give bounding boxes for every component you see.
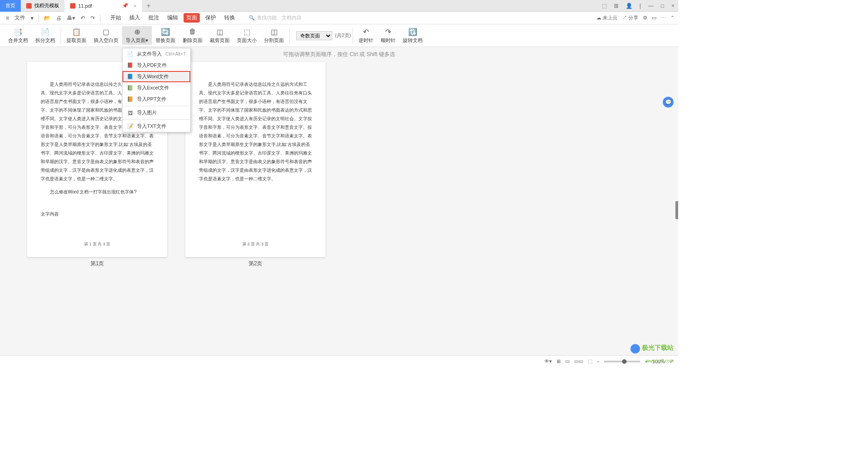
page-2[interactable]: 是人类用符号记录表达信息以传之久远的方式和工具。现代文字大多是记录语言的工具。人…	[185, 62, 326, 257]
tb-rotate-doc[interactable]: 🔃旋转文档	[399, 26, 426, 45]
dd-word[interactable]: 📘导入Word文件	[123, 71, 190, 82]
separator	[123, 106, 190, 106]
double-view-icon[interactable]: ▭▭	[574, 358, 583, 364]
tb-size[interactable]: ⬚页面大小	[233, 26, 260, 45]
share-button[interactable]: ↗ 分享	[622, 14, 638, 21]
tab-template[interactable]: 找稻壳模板	[21, 0, 65, 12]
search-icon: 🔍	[249, 15, 255, 21]
menu-tab-convert[interactable]: 转换	[222, 13, 238, 23]
zoom-slider[interactable]	[604, 361, 640, 362]
page-select[interactable]: 奇数页面	[296, 31, 332, 40]
pages-container: 是人类用符号记录表达信息以传之久远的方式和工具。现代文字大多是记录语言的工具。人…	[0, 62, 678, 268]
user-icon[interactable]: 👤	[622, 3, 636, 9]
tb-blank[interactable]: ▢插入空白页	[90, 26, 122, 45]
grid-icon[interactable]: ⊞	[610, 3, 622, 9]
file-menu[interactable]: 文件	[12, 13, 28, 23]
tab-close-icon[interactable]: ×	[134, 3, 137, 9]
undo-icon[interactable]: ↶	[78, 14, 87, 22]
merge-icon: 📑	[14, 27, 23, 36]
menu-search[interactable]: 🔍 查找功能、文档内容	[249, 14, 302, 21]
fit-icon[interactable]: ⬚	[588, 358, 592, 364]
side-handle[interactable]	[675, 201, 678, 219]
thumb-view-icon[interactable]: ⊞	[557, 358, 561, 364]
eye-icon[interactable]: 👁▾	[544, 358, 552, 364]
tb-crop[interactable]: ◫裁剪页面	[206, 26, 233, 45]
watermark-brand: ⬤极光下载站	[630, 343, 674, 353]
minimize-icon[interactable]: —	[645, 3, 657, 9]
tb-import[interactable]: ⊕导入页面▾ 📄从文件导入Ctrl+Alt+T 📕导入PDF文件 📘导入Word…	[122, 26, 152, 45]
tab-home[interactable]: 首页	[0, 0, 21, 12]
redo-icon[interactable]: ↷	[88, 14, 97, 22]
collapse-icon[interactable]: ⌃	[670, 15, 675, 21]
single-view-icon[interactable]: ▭	[565, 358, 570, 364]
maximize-icon[interactable]: □	[657, 3, 668, 9]
import-dropdown: 📄从文件导入Ctrl+Alt+T 📕导入PDF文件 📘导入Word文件 📗导入E…	[122, 48, 191, 132]
tab-file-label: 11.pdf	[78, 3, 92, 9]
separator	[100, 14, 100, 22]
tb-extract[interactable]: 📋提取页面	[63, 26, 90, 45]
file-icon: 📄	[127, 51, 133, 57]
menu-right: ☁ 未上云 ↗ 分享 ⚙ ▭ ⋯ ⌃	[596, 14, 675, 21]
blank-icon: ▢	[102, 27, 111, 36]
txt-icon: 📝	[127, 123, 133, 130]
page-1-label: 第1页	[90, 260, 104, 268]
divider: |	[636, 3, 645, 9]
float-button[interactable]: 💬	[663, 97, 674, 108]
word-icon: 📘	[127, 74, 133, 80]
dd-from-file[interactable]: 📄从文件导入Ctrl+Alt+T	[123, 48, 190, 60]
page-2-label: 第2页	[249, 260, 263, 268]
menu-tab-start[interactable]: 开始	[108, 13, 124, 23]
template-icon	[26, 3, 32, 9]
menu-left: ≡ 文件 ▾ 📂 🖨 🖶▾ ↶ ↷	[4, 13, 102, 23]
gear-icon[interactable]: ⚙	[643, 15, 647, 21]
menu-tabs: 开始 插入 批注 编辑 页面 保护 转换	[108, 13, 238, 23]
chevron-down-icon[interactable]: ▾	[28, 14, 36, 22]
tb-merge[interactable]: 📑合并文档	[5, 26, 32, 45]
tb-replace[interactable]: 🔄替换页面	[152, 26, 179, 45]
separator	[353, 28, 353, 44]
close-icon[interactable]: ×	[668, 3, 678, 9]
open-icon[interactable]: 📂	[42, 14, 53, 22]
replace-icon: 🔄	[161, 27, 170, 36]
ppt-icon: 📙	[127, 96, 133, 103]
menu-tab-edit[interactable]: 编辑	[165, 13, 181, 23]
delete-icon: 🗑	[188, 27, 197, 36]
image-icon: 🖼	[127, 110, 133, 116]
tb-splitpage[interactable]: ◫分割页面	[260, 26, 288, 45]
dd-excel[interactable]: 📗导入Excel文件	[123, 82, 190, 94]
watermark-url: www.xz7.com	[646, 358, 674, 363]
dd-image[interactable]: 🖼导入图片	[123, 107, 190, 118]
save-icon[interactable]: 🖨	[54, 14, 64, 22]
window-controls: ⬚ ⊞ 👤 | — □ ×	[598, 0, 678, 12]
tab-template-label: 找稻壳模板	[34, 2, 59, 9]
separator	[289, 28, 290, 44]
tb-rotate-ccw[interactable]: ↶逆时针	[355, 26, 377, 45]
print-icon[interactable]: 🖶▾	[65, 14, 77, 22]
dd-pdf[interactable]: 📕导入PDF文件	[123, 60, 190, 71]
cloud-status[interactable]: ☁ 未上云	[596, 14, 618, 21]
size-icon: ⬚	[242, 27, 251, 36]
tab-add[interactable]: +	[142, 2, 155, 10]
menu-tab-insert[interactable]: 插入	[127, 13, 143, 23]
tb-delete[interactable]: 🗑删除页面	[179, 26, 206, 45]
separator	[61, 28, 61, 44]
tab-file[interactable]: 11.pdf📌×	[65, 0, 142, 12]
page-1-q: 怎么修改Word 文档一打字就出现红色字体?	[41, 188, 154, 196]
zoom-out-icon[interactable]: −	[597, 359, 599, 364]
page-2-wrap[interactable]: 是人类用符号记录表达信息以传之久远的方式和工具。现代文字大多是记录语言的工具。人…	[185, 62, 326, 268]
page-2-body: 是人类用符号记录表达信息以传之久远的方式和工具。现代文字大多是记录语言的工具。人…	[199, 80, 312, 183]
menu-tab-annotate[interactable]: 批注	[146, 13, 162, 23]
menu-tab-page[interactable]: 页面	[184, 13, 200, 23]
page-1-t: 文字内容	[41, 210, 154, 218]
menu-tab-protect[interactable]: 保护	[203, 13, 219, 23]
crop-icon: ◫	[215, 27, 224, 36]
tb-split[interactable]: 📄拆分文档	[32, 26, 59, 45]
more-icon[interactable]: ⋯	[661, 15, 666, 21]
layout-icon[interactable]: ⬚	[598, 3, 610, 9]
hamburger-icon[interactable]: ≡	[4, 14, 11, 22]
tb-rotate-cw[interactable]: ↷顺时针	[377, 26, 399, 45]
dd-ppt[interactable]: 📙导入PPT文件	[123, 94, 190, 105]
dd-txt[interactable]: 📝导入TXT文件	[123, 121, 190, 132]
tab-pin-icon[interactable]: 📌	[122, 3, 128, 9]
window-icon[interactable]: ▭	[652, 15, 656, 21]
